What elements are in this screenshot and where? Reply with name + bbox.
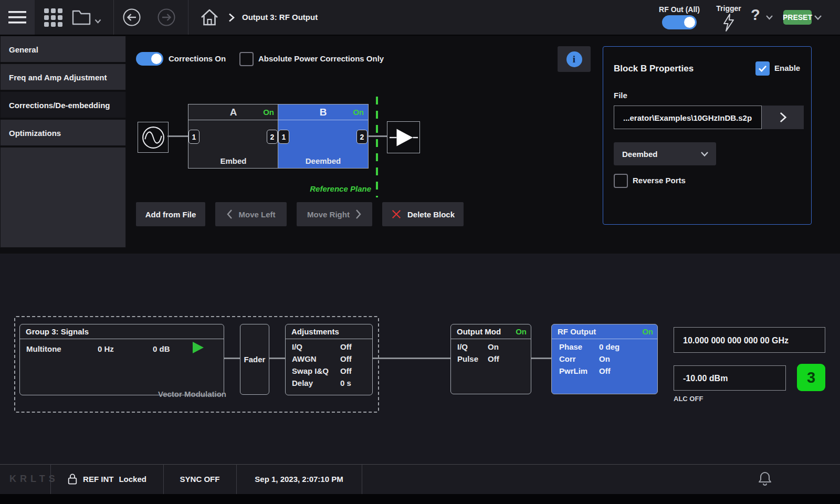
bell-icon — [758, 471, 772, 486]
sidebar-item-corrections-deembedding[interactable]: Corrections/De-embedding — [0, 91, 126, 118]
adjustment-label: Swap I&Q — [292, 366, 329, 375]
lightning-bolt-icon — [721, 13, 736, 32]
adjustment-label: AWGN — [292, 354, 317, 363]
output-mod-block[interactable]: Output Mod On I/Q On Pulse Off — [450, 324, 531, 394]
forward-button[interactable] — [155, 6, 177, 28]
file-label: File — [614, 89, 627, 102]
signal-name: Multitone — [26, 344, 61, 353]
play-button[interactable] — [193, 342, 204, 353]
output-mod-label: I/Q — [457, 342, 468, 351]
file-open-button[interactable] — [70, 0, 103, 35]
lock-icon — [67, 472, 78, 486]
ref-state: Locked — [119, 475, 146, 484]
rf-output-status: On — [642, 324, 653, 339]
mode-dropdown[interactable]: Deembed — [614, 142, 716, 165]
block-b-mode: Deembed — [278, 156, 368, 165]
block-b-status: On — [353, 104, 364, 120]
sidebar-item-general[interactable]: General — [0, 36, 126, 62]
rf-output-value: Off — [599, 366, 611, 375]
adjustments-title: Adjustments — [286, 324, 372, 339]
rf-output-value: 0 deg — [599, 342, 620, 351]
statusbar-divider — [362, 464, 362, 494]
delete-block-button[interactable]: Delete Block — [382, 202, 464, 226]
apps-grid-button[interactable] — [41, 0, 65, 35]
corrections-toggle[interactable] — [136, 52, 163, 66]
back-button[interactable] — [121, 6, 143, 28]
file-browse-button[interactable] — [762, 106, 804, 129]
home-icon — [200, 8, 219, 27]
wire — [373, 358, 450, 359]
amplitude-field[interactable]: -10.00 dBm — [674, 365, 786, 391]
toggle-knob — [684, 17, 695, 28]
output-mod-status: On — [516, 324, 527, 339]
move-left-button[interactable]: Move Left — [215, 202, 287, 226]
fader-label: Fader — [244, 355, 266, 364]
adjustment-value: 0 s — [340, 379, 351, 387]
absolute-power-checkbox[interactable] — [239, 52, 254, 66]
wire — [269, 358, 285, 359]
rf-out-toggle[interactable] — [662, 15, 697, 29]
signal-level: 0 dB — [153, 344, 170, 353]
signal-source-icon — [138, 122, 169, 153]
info-button[interactable]: i — [558, 46, 591, 72]
correction-block-a[interactable]: A On Embed — [188, 104, 279, 169]
back-arrow-icon — [122, 7, 142, 27]
move-right-button[interactable]: Move Right — [297, 202, 372, 226]
output-mod-label: Pulse — [457, 354, 478, 363]
adjustments-block[interactable]: Adjustments I/Q Off AWGN Off Swap I&Q Of… — [285, 324, 373, 395]
rf-output-block[interactable]: RF Output On Phase 0 deg Corr On PwrLim … — [551, 324, 658, 394]
breadcrumb[interactable]: Output 3: RF Output — [242, 0, 318, 35]
rf-output-title: RF Output — [552, 324, 657, 339]
help-button[interactable]: ? — [751, 6, 760, 24]
sidebar-empty-panel — [0, 147, 126, 248]
sync-label: SYNC OFF — [180, 475, 220, 484]
chevron-right-icon — [355, 209, 362, 219]
trigger-label: Trigger — [712, 4, 746, 13]
move-right-label: Move Right — [307, 210, 350, 219]
mode-dropdown-value: Deembed — [614, 150, 700, 159]
rf-out-label: RF Out (All) — [647, 5, 712, 14]
datetime-label: Sep 1, 2023, 2:07:10 PM — [255, 475, 343, 484]
frequency-field[interactable]: 10.000 000 000 000 00 GHz — [674, 327, 825, 353]
wire — [167, 135, 188, 137]
signals-group-block[interactable]: Group 3: Signals Multitone 0 Hz 0 dB — [19, 324, 224, 395]
block-a-status: On — [263, 104, 274, 120]
forward-arrow-icon — [156, 7, 176, 27]
ref-label: REF INT — [83, 475, 113, 484]
output-mod-value: On — [488, 342, 499, 351]
reverse-ports-checkbox[interactable] — [614, 174, 628, 188]
adjustment-value: Off — [340, 342, 352, 351]
home-button[interactable] — [198, 7, 220, 27]
hamburger-menu-button[interactable] — [0, 0, 35, 35]
output-mod-value: Off — [488, 354, 499, 363]
check-icon — [758, 65, 767, 72]
trigger-button[interactable] — [720, 13, 737, 33]
chevron-down-icon — [94, 19, 101, 24]
help-chevron-down-icon[interactable] — [765, 15, 773, 20]
enable-label: Enable — [774, 61, 800, 75]
corrections-toggle-label: Corrections On — [169, 52, 226, 66]
reference-plane-label: Reference Plane — [284, 184, 371, 193]
chevron-right-icon — [779, 111, 787, 123]
preset-button[interactable]: PRESET — [783, 10, 812, 25]
block-a-port-2: 2 — [267, 130, 278, 144]
sidebar-item-freq-amp-adjustment[interactable]: Freq and Amp Adjustment — [0, 64, 126, 90]
delete-x-icon — [391, 209, 402, 219]
chevron-left-icon — [226, 209, 233, 219]
sidebar-item-optimizations[interactable]: Optimizations — [0, 119, 126, 146]
alc-status-label: ALC OFF — [674, 395, 703, 403]
sync-status: SYNC OFF — [163, 464, 236, 494]
file-path-field[interactable]: ...erator\Examples\10GHzInDB.s2p — [614, 106, 762, 129]
delete-block-label: Delete Block — [407, 210, 455, 219]
signal-frequency: 0 Hz — [98, 344, 114, 353]
preset-chevron-down-icon[interactable] — [814, 15, 822, 20]
add-from-file-button[interactable]: Add from File — [136, 202, 205, 226]
notifications-button[interactable] — [758, 471, 772, 486]
channel-badge[interactable]: 3 — [797, 364, 825, 391]
vector-modulation-label: Vector Modulation — [124, 390, 260, 398]
enable-checkbox[interactable] — [755, 61, 770, 76]
correction-block-b[interactable]: B On Deembed — [278, 104, 369, 169]
fader-block[interactable]: Fader — [240, 324, 269, 395]
top-bar: Output 3: RF Output RF Out (All) Trigger… — [0, 0, 840, 36]
block-a-mode: Embed — [188, 156, 278, 165]
